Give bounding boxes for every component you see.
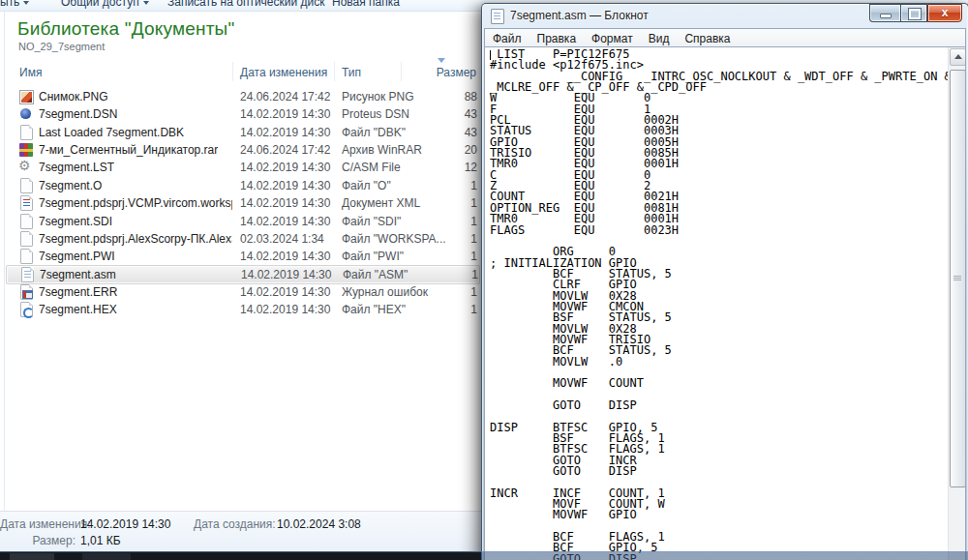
toolbar-item-3[interactable]: Новая папка	[332, 0, 400, 9]
notepad-title: 7segment.asm — Блокнот	[510, 9, 649, 22]
file-date: 14.02.2019 14:30	[240, 161, 330, 174]
file-date: 14.02.2019 14:30	[240, 285, 330, 299]
column-separator[interactable]	[401, 62, 402, 81]
taskbar-button[interactable]	[82, 553, 131, 560]
file-size: 43	[387, 126, 477, 139]
library-title: Библиотека "Документы"	[17, 18, 234, 40]
blank-file-icon	[18, 214, 34, 229]
menu-item-help[interactable]: Справка	[677, 30, 738, 47]
dropdown-arrow-icon	[143, 1, 149, 5]
file-row[interactable]: 7segment.ERR14.02.2019 14:30Журнал ошибо…	[6, 283, 478, 301]
file-row[interactable]: 7-ми_Сегментный_Индикатор.rar24.06.2024 …	[6, 141, 478, 159]
size-value: 1,01 КБ	[80, 534, 121, 547]
maximize-icon	[909, 9, 921, 19]
toolbar-item-1[interactable]: Общий доступ	[61, 0, 149, 9]
minimize-button[interactable]	[869, 4, 900, 22]
file-row[interactable]: 7segment.O14.02.2019 14:30Файл "O"1	[6, 177, 478, 194]
file-name: Снимок.PNG	[39, 90, 108, 103]
file-name: 7segment.DSN	[39, 107, 117, 121]
gear-file-icon: ⚙	[18, 160, 34, 175]
column-header-date[interactable]: Дата изменения	[240, 66, 327, 79]
column-separator[interactable]	[232, 62, 233, 81]
file-row[interactable]: 7segment.pdsprj.AlexScorpy-ПК.AlexSco...…	[6, 230, 478, 248]
file-name: 7-ми_Сегментный_Индикатор.rar	[39, 143, 218, 157]
file-name: 7segment.PWI	[39, 250, 115, 263]
column-separator[interactable]	[334, 62, 335, 81]
file-row[interactable]: ⚙7segment.LST14.02.2019 14:30C/ASM File1…	[6, 159, 478, 176]
file-date: 14.02.2019 14:30	[240, 179, 330, 192]
file-row[interactable]: 7segment.asm14.02.2019 14:30Файл "ASM"1	[6, 265, 480, 284]
menu-item-format[interactable]: Формат	[584, 30, 641, 47]
file-name: 7segment.LST	[39, 161, 114, 174]
scroll-up-arrow-icon[interactable]	[950, 48, 966, 66]
toolbar-item-0[interactable]: ыть	[0, 0, 29, 9]
file-row[interactable]: Снимок.PNG24.06.2024 17:42Рисунок PNG88	[6, 88, 478, 105]
file-size: 20	[387, 143, 477, 157]
menu-item-file[interactable]: Файл	[485, 30, 529, 47]
file-size: 1	[387, 196, 477, 210]
close-button[interactable]: x	[927, 4, 962, 22]
file-date: 14.02.2019 14:30	[240, 107, 330, 121]
file-name: 7segment.SDI	[39, 215, 112, 228]
desktop-screen: ытьОбщий доступЗаписать на оптический ди…	[0, 0, 968, 560]
notepad-text-area[interactable]: LIST P=PIC12F675 #include <p12f675.inc> …	[485, 47, 949, 560]
library-subtitle: NO_29_7segment	[18, 41, 105, 52]
file-row[interactable]: 7segment.DSN14.02.2019 14:30Proteus DSN4…	[6, 105, 478, 123]
toolbar-item-2[interactable]: Записать на оптический диск	[167, 0, 325, 9]
file-name: 7segment.O	[39, 179, 102, 192]
taskbar[interactable]	[0, 551, 968, 560]
notepad-client-area: LIST P=PIC12F675 #include <p12f675.inc> …	[484, 46, 966, 560]
blank-file-icon	[18, 125, 34, 140]
menu-item-view[interactable]: Вид	[641, 30, 678, 47]
file-row[interactable]: 7segment.PWI14.02.2019 14:30Файл "PWI"1	[6, 248, 478, 265]
notepad-titlebar[interactable]: 7segment.asm — Блокнот x	[482, 4, 968, 28]
file-date: 14.02.2019 14:30	[240, 196, 330, 210]
maximize-button[interactable]	[900, 4, 927, 22]
file-name: 7segment.pdsprj.AlexScorpy-ПК.AlexSco...	[39, 232, 232, 246]
pane-divider	[4, 12, 5, 549]
file-row[interactable]: 7segment.pdsprj.VCMP.vircom.workspac...1…	[6, 194, 478, 212]
notepad-text: LIST P=PIC12F675 #include <p12f675.inc> …	[485, 47, 949, 560]
file-name: 7segment.asm	[40, 268, 116, 281]
created-label: Дата создания:	[194, 517, 272, 531]
file-size: 1	[387, 179, 477, 192]
file-row[interactable]: Last Loaded 7segment.DBK14.02.2019 14:30…	[6, 124, 478, 141]
file-row[interactable]: 7segment.HEX14.02.2019 14:30Файл "HEX"1	[6, 301, 478, 318]
created-value: 10.02.2024 3:08	[277, 517, 361, 531]
file-row[interactable]: 7segment.SDI14.02.2019 14:30Файл "SDI"1	[6, 213, 478, 230]
close-icon: x	[928, 6, 961, 19]
file-date: 14.02.2019 14:30	[240, 250, 330, 263]
size-label: Размер:	[0, 534, 76, 547]
column-header-size[interactable]: Размер	[407, 66, 476, 79]
menu-item-edit[interactable]: Правка	[529, 30, 585, 47]
file-size: 1	[387, 232, 477, 246]
file-name: 7segment.pdsprj.VCMP.vircom.workspac...	[39, 196, 232, 210]
text-caret	[490, 50, 491, 60]
file-date: 14.02.2019 14:30	[240, 215, 330, 228]
file-date: 14.02.2019 14:30	[240, 303, 330, 316]
column-header-type[interactable]: Тип	[342, 66, 361, 79]
file-size: 43	[387, 107, 477, 121]
minimize-icon	[880, 14, 892, 18]
file-name: 7segment.HEX	[39, 303, 117, 316]
file-date: 24.06.2024 17:42	[240, 90, 330, 103]
scrollbar-thumb[interactable]	[950, 70, 966, 487]
sort-indicator-icon	[438, 58, 445, 63]
vertical-scrollbar[interactable]	[948, 47, 965, 560]
taskbar-button[interactable]	[10, 553, 54, 560]
file-size: 1	[387, 250, 477, 263]
notepad-window: 7segment.asm — Блокнот x ФайлПравкаФорма…	[481, 3, 968, 560]
file-name: 7segment.ERR	[39, 285, 117, 299]
file-size: 88	[387, 90, 477, 103]
file-date: 14.02.2019 14:30	[241, 268, 331, 281]
file-size: 1	[388, 268, 478, 281]
file-name: Last Loaded 7segment.DBK	[39, 126, 184, 139]
dropdown-arrow-icon	[23, 1, 29, 5]
blank-file-icon	[18, 178, 34, 193]
proteus-file-icon	[18, 106, 34, 122]
file-type: Файл "O"	[342, 179, 391, 192]
notepad-app-icon	[491, 9, 504, 24]
xml-file-icon	[18, 195, 34, 211]
column-header-name[interactable]: Имя	[19, 66, 42, 79]
file-size: 1	[387, 215, 477, 228]
